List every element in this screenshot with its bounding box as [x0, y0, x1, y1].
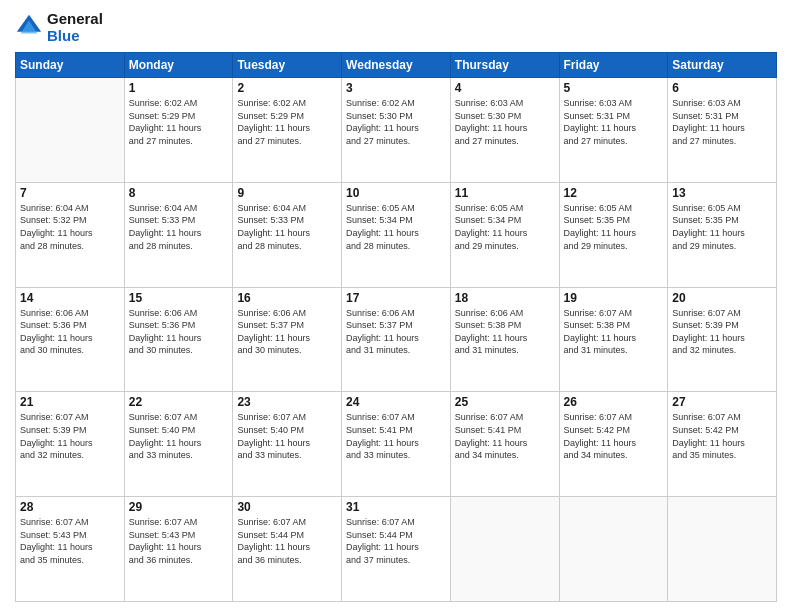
- day-info: Sunrise: 6:07 AM Sunset: 5:40 PM Dayligh…: [237, 411, 337, 461]
- day-number: 14: [20, 291, 120, 305]
- calendar-cell: 12Sunrise: 6:05 AM Sunset: 5:35 PM Dayli…: [559, 182, 668, 287]
- weekday-header: Sunday: [16, 53, 125, 78]
- calendar-cell: 29Sunrise: 6:07 AM Sunset: 5:43 PM Dayli…: [124, 497, 233, 602]
- day-info: Sunrise: 6:02 AM Sunset: 5:30 PM Dayligh…: [346, 97, 446, 147]
- weekday-header: Wednesday: [342, 53, 451, 78]
- calendar-cell: 15Sunrise: 6:06 AM Sunset: 5:36 PM Dayli…: [124, 287, 233, 392]
- day-number: 18: [455, 291, 555, 305]
- calendar-cell: 16Sunrise: 6:06 AM Sunset: 5:37 PM Dayli…: [233, 287, 342, 392]
- weekday-header: Tuesday: [233, 53, 342, 78]
- calendar-cell: 28Sunrise: 6:07 AM Sunset: 5:43 PM Dayli…: [16, 497, 125, 602]
- day-info: Sunrise: 6:04 AM Sunset: 5:33 PM Dayligh…: [237, 202, 337, 252]
- day-number: 24: [346, 395, 446, 409]
- day-number: 6: [672, 81, 772, 95]
- calendar-cell: 6Sunrise: 6:03 AM Sunset: 5:31 PM Daylig…: [668, 78, 777, 183]
- calendar-cell: 13Sunrise: 6:05 AM Sunset: 5:35 PM Dayli…: [668, 182, 777, 287]
- day-info: Sunrise: 6:05 AM Sunset: 5:34 PM Dayligh…: [455, 202, 555, 252]
- day-number: 15: [129, 291, 229, 305]
- day-info: Sunrise: 6:06 AM Sunset: 5:37 PM Dayligh…: [237, 307, 337, 357]
- day-number: 25: [455, 395, 555, 409]
- day-number: 26: [564, 395, 664, 409]
- day-info: Sunrise: 6:07 AM Sunset: 5:44 PM Dayligh…: [346, 516, 446, 566]
- calendar-cell: [450, 497, 559, 602]
- day-info: Sunrise: 6:07 AM Sunset: 5:39 PM Dayligh…: [672, 307, 772, 357]
- day-info: Sunrise: 6:06 AM Sunset: 5:37 PM Dayligh…: [346, 307, 446, 357]
- calendar-week-row: 28Sunrise: 6:07 AM Sunset: 5:43 PM Dayli…: [16, 497, 777, 602]
- day-info: Sunrise: 6:02 AM Sunset: 5:29 PM Dayligh…: [129, 97, 229, 147]
- logo: General Blue: [15, 10, 103, 44]
- calendar-cell: [16, 78, 125, 183]
- day-info: Sunrise: 6:06 AM Sunset: 5:38 PM Dayligh…: [455, 307, 555, 357]
- calendar-cell: 3Sunrise: 6:02 AM Sunset: 5:30 PM Daylig…: [342, 78, 451, 183]
- day-info: Sunrise: 6:07 AM Sunset: 5:40 PM Dayligh…: [129, 411, 229, 461]
- logo-text: General Blue: [47, 10, 103, 44]
- day-number: 29: [129, 500, 229, 514]
- calendar-week-row: 1Sunrise: 6:02 AM Sunset: 5:29 PM Daylig…: [16, 78, 777, 183]
- calendar-cell: 20Sunrise: 6:07 AM Sunset: 5:39 PM Dayli…: [668, 287, 777, 392]
- day-number: 23: [237, 395, 337, 409]
- weekday-header: Monday: [124, 53, 233, 78]
- header: General Blue: [15, 10, 777, 44]
- day-info: Sunrise: 6:02 AM Sunset: 5:29 PM Dayligh…: [237, 97, 337, 147]
- day-number: 27: [672, 395, 772, 409]
- calendar-cell: 5Sunrise: 6:03 AM Sunset: 5:31 PM Daylig…: [559, 78, 668, 183]
- page: General Blue SundayMondayTuesdayWednesda…: [0, 0, 792, 612]
- day-info: Sunrise: 6:05 AM Sunset: 5:35 PM Dayligh…: [672, 202, 772, 252]
- calendar-cell: 9Sunrise: 6:04 AM Sunset: 5:33 PM Daylig…: [233, 182, 342, 287]
- calendar-cell: 22Sunrise: 6:07 AM Sunset: 5:40 PM Dayli…: [124, 392, 233, 497]
- calendar-cell: 14Sunrise: 6:06 AM Sunset: 5:36 PM Dayli…: [16, 287, 125, 392]
- calendar-cell: 27Sunrise: 6:07 AM Sunset: 5:42 PM Dayli…: [668, 392, 777, 497]
- calendar-cell: 11Sunrise: 6:05 AM Sunset: 5:34 PM Dayli…: [450, 182, 559, 287]
- calendar-cell: 4Sunrise: 6:03 AM Sunset: 5:30 PM Daylig…: [450, 78, 559, 183]
- calendar-cell: [668, 497, 777, 602]
- day-info: Sunrise: 6:07 AM Sunset: 5:44 PM Dayligh…: [237, 516, 337, 566]
- day-info: Sunrise: 6:07 AM Sunset: 5:42 PM Dayligh…: [564, 411, 664, 461]
- calendar-cell: [559, 497, 668, 602]
- day-number: 3: [346, 81, 446, 95]
- day-number: 13: [672, 186, 772, 200]
- day-info: Sunrise: 6:07 AM Sunset: 5:39 PM Dayligh…: [20, 411, 120, 461]
- day-info: Sunrise: 6:03 AM Sunset: 5:30 PM Dayligh…: [455, 97, 555, 147]
- calendar-cell: 24Sunrise: 6:07 AM Sunset: 5:41 PM Dayli…: [342, 392, 451, 497]
- calendar-cell: 2Sunrise: 6:02 AM Sunset: 5:29 PM Daylig…: [233, 78, 342, 183]
- day-number: 22: [129, 395, 229, 409]
- day-number: 20: [672, 291, 772, 305]
- weekday-header: Thursday: [450, 53, 559, 78]
- calendar-cell: 18Sunrise: 6:06 AM Sunset: 5:38 PM Dayli…: [450, 287, 559, 392]
- calendar-cell: 23Sunrise: 6:07 AM Sunset: 5:40 PM Dayli…: [233, 392, 342, 497]
- logo-icon: [15, 13, 43, 41]
- day-info: Sunrise: 6:04 AM Sunset: 5:33 PM Dayligh…: [129, 202, 229, 252]
- day-number: 5: [564, 81, 664, 95]
- day-info: Sunrise: 6:05 AM Sunset: 5:35 PM Dayligh…: [564, 202, 664, 252]
- calendar-cell: 26Sunrise: 6:07 AM Sunset: 5:42 PM Dayli…: [559, 392, 668, 497]
- day-number: 16: [237, 291, 337, 305]
- day-number: 1: [129, 81, 229, 95]
- day-info: Sunrise: 6:06 AM Sunset: 5:36 PM Dayligh…: [129, 307, 229, 357]
- day-info: Sunrise: 6:07 AM Sunset: 5:43 PM Dayligh…: [20, 516, 120, 566]
- day-number: 19: [564, 291, 664, 305]
- calendar-cell: 8Sunrise: 6:04 AM Sunset: 5:33 PM Daylig…: [124, 182, 233, 287]
- day-number: 21: [20, 395, 120, 409]
- day-number: 31: [346, 500, 446, 514]
- day-info: Sunrise: 6:04 AM Sunset: 5:32 PM Dayligh…: [20, 202, 120, 252]
- day-number: 11: [455, 186, 555, 200]
- day-info: Sunrise: 6:06 AM Sunset: 5:36 PM Dayligh…: [20, 307, 120, 357]
- calendar-week-row: 14Sunrise: 6:06 AM Sunset: 5:36 PM Dayli…: [16, 287, 777, 392]
- day-number: 7: [20, 186, 120, 200]
- calendar-cell: 1Sunrise: 6:02 AM Sunset: 5:29 PM Daylig…: [124, 78, 233, 183]
- day-number: 17: [346, 291, 446, 305]
- calendar-cell: 21Sunrise: 6:07 AM Sunset: 5:39 PM Dayli…: [16, 392, 125, 497]
- calendar-week-row: 21Sunrise: 6:07 AM Sunset: 5:39 PM Dayli…: [16, 392, 777, 497]
- day-number: 2: [237, 81, 337, 95]
- weekday-header: Saturday: [668, 53, 777, 78]
- day-info: Sunrise: 6:07 AM Sunset: 5:42 PM Dayligh…: [672, 411, 772, 461]
- calendar-cell: 10Sunrise: 6:05 AM Sunset: 5:34 PM Dayli…: [342, 182, 451, 287]
- day-info: Sunrise: 6:03 AM Sunset: 5:31 PM Dayligh…: [564, 97, 664, 147]
- calendar-cell: 30Sunrise: 6:07 AM Sunset: 5:44 PM Dayli…: [233, 497, 342, 602]
- calendar-cell: 7Sunrise: 6:04 AM Sunset: 5:32 PM Daylig…: [16, 182, 125, 287]
- calendar-cell: 17Sunrise: 6:06 AM Sunset: 5:37 PM Dayli…: [342, 287, 451, 392]
- day-number: 8: [129, 186, 229, 200]
- calendar-cell: 25Sunrise: 6:07 AM Sunset: 5:41 PM Dayli…: [450, 392, 559, 497]
- day-number: 4: [455, 81, 555, 95]
- day-number: 30: [237, 500, 337, 514]
